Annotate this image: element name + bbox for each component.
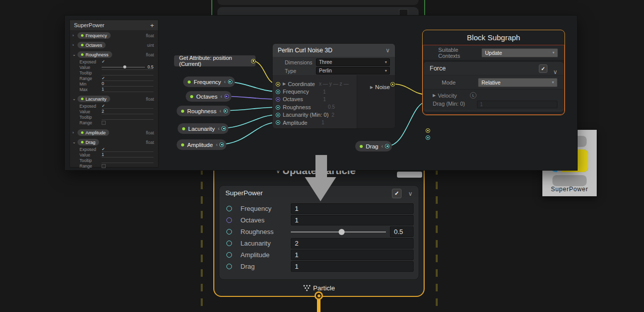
param-node-amplitude[interactable]: Amplitude ‹ [177, 139, 226, 150]
amplitude-field[interactable]: 1 [291, 250, 414, 260]
chevron-expanded-icon[interactable]: ⌄ [72, 140, 77, 144]
property-drag[interactable]: ⌄ Drag float [70, 138, 158, 146]
mode-dropdown[interactable]: Relative▾ [478, 78, 557, 87]
collapse-icon[interactable]: ‹ [381, 143, 383, 149]
tooltip-field[interactable] [102, 114, 153, 120]
unchecked-checkbox[interactable] [102, 121, 106, 125]
lacunarity-port[interactable] [276, 113, 280, 117]
roughness-tooltip-row: Tooltip [70, 70, 158, 75]
input-value: 0.5 [328, 104, 335, 110]
value-field[interactable]: 1 [102, 152, 153, 158]
chevron-down-icon[interactable]: ∨ [385, 47, 390, 54]
local-space-badge[interactable]: L [470, 92, 476, 99]
chevron-right-icon[interactable]: › [72, 33, 77, 38]
collapse-icon[interactable]: ‹ [218, 126, 219, 131]
slider-knob[interactable] [339, 229, 345, 235]
fold-arrow-icon[interactable]: ▶ [283, 82, 286, 86]
max-field[interactable]: 1 [102, 87, 153, 92]
roughness-min-row: Min 0 [70, 81, 158, 87]
roughness-value[interactable]: 0.5 [390, 226, 414, 237]
value-field[interactable]: 2 [102, 109, 153, 114]
update-particle-context[interactable]: ∨ Update Particle SuperPower ✓ ∨ Frequen… [213, 159, 425, 297]
noise-output-port[interactable] [390, 82, 395, 87]
param-node-drag[interactable]: Drag ‹ [355, 141, 392, 151]
superpower-block[interactable]: SuperPower ✓ ∨ Frequency 1 Octaves 1 Rou… [219, 185, 419, 280]
roughness-mini-slider[interactable]: 0.5 [102, 64, 153, 70]
blackboard-header: SuperPower + [70, 20, 158, 30]
property-roughness[interactable]: ⌄ Roughness float [70, 50, 158, 59]
add-property-button[interactable]: + [150, 22, 154, 29]
chevron-right-icon[interactable]: › [72, 43, 77, 47]
context-output-port[interactable] [314, 291, 323, 300]
frequency-port[interactable] [276, 90, 280, 94]
value-text[interactable]: 0.5 [147, 64, 153, 69]
output-port[interactable] [251, 59, 256, 63]
port-icon[interactable] [226, 241, 232, 246]
checked-icon[interactable]: ✓ [102, 76, 105, 81]
tooltip-field[interactable] [102, 158, 153, 163]
port-icon[interactable] [226, 229, 232, 235]
output-port[interactable] [221, 126, 226, 131]
roughness-port[interactable] [276, 105, 280, 110]
param-node-lacunarity[interactable]: Lacunarity ‹ [178, 123, 228, 134]
roughness-max-row: Max 1 [70, 87, 158, 92]
coordinate-port[interactable] [276, 82, 280, 87]
input-label: Amplitude [283, 120, 307, 126]
param-node-roughness[interactable]: Roughness ‹ [177, 106, 230, 116]
frequency-field[interactable]: 1 [291, 203, 414, 214]
property-octaves[interactable]: › Octaves uint [70, 41, 158, 49]
force-enabled-checkbox[interactable]: ✓ [539, 64, 547, 73]
property-amplitude[interactable]: › Amplitude float [70, 128, 158, 137]
output-port[interactable] [219, 142, 224, 147]
tooltip-field[interactable] [102, 70, 153, 75]
velocity-port[interactable] [426, 128, 430, 133]
checked-icon[interactable]: ✓ [102, 104, 105, 108]
perlin-curl-noise-node[interactable]: Perlin Curl Noise 3D ∨ Dimensions Three▾… [272, 43, 395, 129]
chevron-expanded-icon[interactable]: ⌄ [72, 97, 77, 101]
checked-icon[interactable]: ✓ [102, 147, 105, 151]
slider-track[interactable] [291, 231, 386, 232]
checked-icon[interactable]: ✓ [102, 59, 105, 64]
output-port[interactable] [385, 144, 389, 148]
block-row-amplitude: Amplitude 1 [224, 249, 414, 261]
node-header[interactable]: Perlin Curl Noise 3D ∨ [273, 44, 395, 57]
output-port[interactable] [224, 94, 229, 99]
port-icon[interactable] [226, 217, 232, 223]
chevron-down-icon[interactable]: ∨ [553, 65, 557, 79]
type-dropdown[interactable]: Perlin▾ [316, 67, 390, 74]
param-node-octaves[interactable]: Octaves ‹ [186, 91, 231, 102]
port-icon[interactable] [226, 252, 232, 258]
slider-knob[interactable] [123, 65, 126, 68]
dimensions-dropdown[interactable]: Three▾ [316, 58, 390, 66]
chevron-down-icon[interactable]: ∨ [408, 190, 413, 197]
block-subgraph-panel[interactable]: Block Subgraph Suitable Contexts Update▾… [422, 30, 565, 115]
collapse-icon[interactable]: ‹ [216, 142, 217, 147]
chevron-expanded-icon[interactable]: ⌄ [72, 52, 77, 57]
output-port[interactable] [223, 109, 228, 113]
chevron-right-icon[interactable]: › [72, 130, 77, 135]
amplitude-port[interactable] [276, 120, 280, 125]
force-drag-port[interactable] [426, 135, 430, 140]
roughness-slider[interactable]: 0.5 [291, 226, 414, 237]
port-icon[interactable] [226, 206, 232, 211]
block-enabled-checkbox[interactable]: ✓ [392, 189, 401, 198]
force-block[interactable]: Force ✓ ∨ Mode Relative▾ ▶ Velocity L [424, 62, 564, 112]
port-icon[interactable] [226, 264, 232, 269]
drag-field[interactable]: 1 [291, 261, 414, 272]
lacunarity-field[interactable]: 2 [291, 238, 414, 249]
collapse-icon[interactable]: ‹ [220, 94, 222, 99]
context-header-pill[interactable] [397, 172, 422, 178]
get-attribute-node[interactable]: Get Attribute: position (Current) [174, 55, 256, 66]
drag-value-field[interactable]: 1 [477, 101, 557, 108]
collapse-icon[interactable]: ‹ [219, 108, 221, 114]
output-port[interactable] [228, 80, 232, 84]
unchecked-checkbox[interactable] [102, 164, 106, 168]
property-lacunarity[interactable]: ⌄ Lacunarity float [70, 95, 158, 103]
collapse-icon[interactable]: ‹ [224, 79, 225, 85]
octaves-field[interactable]: 1 [291, 215, 414, 225]
min-field[interactable]: 0 [102, 81, 153, 87]
suitable-contexts-dropdown[interactable]: Update▾ [481, 48, 558, 57]
property-frequency[interactable]: › Frequency float [70, 31, 158, 40]
octaves-port[interactable] [276, 97, 280, 102]
param-node-frequency[interactable]: Frequency ‹ [183, 76, 235, 87]
